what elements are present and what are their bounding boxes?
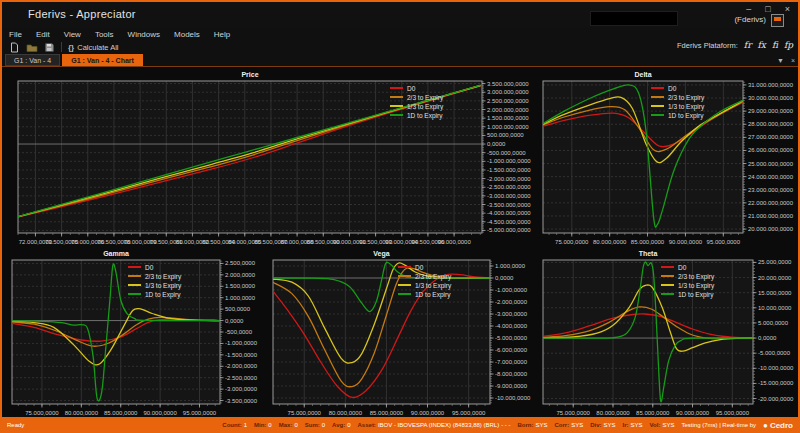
y-tick-label: 22.000.000,0000: [748, 200, 794, 206]
chart-panel-delta[interactable]: 31.000.000,000030.000.000,000029.000.000…: [536, 69, 795, 246]
delta-chart-title: Delta: [634, 71, 651, 78]
title-bar: Fderivs - Appreciator – □ × (Fderivs): [2, 2, 798, 28]
chart-area: 3.500.000,00003.000.000,00002.500.000,00…: [2, 66, 798, 417]
y-tick-label: 20.000,0000: [758, 275, 792, 281]
x-tick-label: 90.000,0000: [143, 410, 177, 416]
y-tick-label: 0,0000: [758, 335, 777, 341]
status-avg-value: 0: [347, 422, 350, 428]
legend-label: 1/3 to Expiry: [145, 282, 182, 290]
x-tick-label: 85.000,0000: [370, 410, 404, 416]
y-tick-label: 0,0000: [495, 275, 514, 281]
y-tick-label: 1.000,0000: [225, 295, 256, 301]
window-controls: – □ ×: [746, 4, 790, 14]
tab-close-icon[interactable]: ×: [791, 57, 795, 64]
maximize-button[interactable]: □: [765, 4, 770, 14]
y-tick-label: -20.000,0000: [758, 396, 794, 402]
chart-panel-price[interactable]: 3.500.000,00003.000.000,00002.500.000,00…: [5, 69, 532, 246]
y-tick-label: -2.000.000,0000: [487, 176, 531, 182]
calculate-all-button[interactable]: {} Calculate All: [68, 43, 119, 52]
y-tick-label: 29.000.000,0000: [748, 108, 794, 114]
menu-models[interactable]: Models: [174, 30, 200, 39]
x-tick-label: 95.000,0000: [452, 410, 486, 416]
legend-label: 1D to Expiry: [668, 112, 704, 120]
menu-help[interactable]: Help: [214, 30, 230, 39]
platform-fi-icon[interactable]: fi: [772, 40, 778, 50]
y-tick-label: 5.000,0000: [758, 320, 789, 326]
menu-edit[interactable]: Edit: [36, 30, 50, 39]
status-ready: Ready: [7, 422, 24, 428]
y-tick-label: 3.500.000,0000: [487, 81, 529, 87]
new-document-icon[interactable]: [9, 42, 20, 53]
x-tick-label: 90.000,0000: [669, 239, 703, 245]
status-asset-value: IBOV - IBOVESPA (INDEX) (84833,88) (BRL): [378, 422, 499, 428]
platform-fx-icon[interactable]: fx: [757, 40, 765, 50]
legend-label: 1/3 to Expiry: [407, 103, 444, 111]
y-tick-label: 30.000.000,0000: [748, 95, 794, 101]
minimize-button[interactable]: –: [746, 4, 751, 14]
gamma-chart-canvas[interactable]: 2.500,00002.000,00001.500,00001.000,0000…: [5, 248, 262, 417]
legend-label: D0: [407, 85, 416, 92]
chart-panel-vega[interactable]: 1.000,00000,0000-1.000,0000-2.000,0000-3…: [266, 248, 532, 417]
x-tick-label: 80.000,0000: [65, 410, 99, 416]
x-tick-label: 80.000,0000: [596, 410, 630, 416]
y-tick-label: 24.000.000,0000: [748, 174, 794, 180]
fderivs-logo-icon: [771, 14, 784, 27]
y-tick-label: -4.500.000,0000: [487, 219, 531, 225]
legend-label: D0: [678, 264, 687, 271]
chart-panel-gamma[interactable]: 2.500,00002.000,00001.500,00001.000,0000…: [5, 248, 262, 417]
status-ir-label: Ir:: [623, 422, 629, 428]
y-tick-label: -1.500,0000: [225, 352, 258, 358]
menu-windows[interactable]: Windows: [128, 30, 160, 39]
status-min-label: Min:: [254, 422, 266, 428]
vega-chart-canvas[interactable]: 1.000,00000,0000-1.000,0000-2.000,0000-3…: [266, 248, 532, 417]
menu-file[interactable]: File: [9, 30, 22, 39]
legend-label: 1/3 to Expiry: [668, 103, 705, 111]
price-chart-canvas[interactable]: 3.500.000,00003.000.000,00002.500.000,00…: [5, 69, 532, 246]
theta-chart-canvas[interactable]: 25.000,000020.000,000015.000,000010.000,…: [536, 248, 795, 417]
platform-label: Fderivs Plataform:: [677, 41, 738, 50]
window-title: Fderivs - Appreciator: [28, 8, 136, 20]
y-tick-label: -3.000,0000: [225, 386, 258, 392]
delta-chart-canvas[interactable]: 31.000.000,000030.000.000,000029.000.000…: [536, 69, 795, 246]
app-window: Fderivs - Appreciator – □ × (Fderivs) Fi…: [0, 0, 800, 433]
calculate-all-label: Calculate All: [77, 43, 118, 52]
tab-dropdown-icon[interactable]: ▼: [777, 57, 784, 64]
tab-g1-van-4-chart[interactable]: G1 : Van - 4 - Chart: [62, 54, 143, 66]
y-tick-label: 31.000.000,0000: [748, 82, 794, 88]
platform-fr-icon[interactable]: fr: [744, 40, 752, 50]
y-tick-label: -1.000,0000: [495, 287, 528, 293]
gamma-chart-title: Gamma: [103, 250, 129, 257]
y-tick-label: 28.000.000,0000: [748, 121, 794, 127]
y-tick-label: -2.500,0000: [225, 375, 258, 381]
status-corr-value: SYS: [571, 422, 583, 428]
y-tick-label: 25.000.000,0000: [748, 161, 794, 167]
x-tick-label: 75.000,0000: [25, 410, 59, 416]
y-tick-label: -5.000,0000: [758, 350, 791, 356]
price-chart-title: Price: [241, 71, 258, 78]
cedro-logo-icon: ●: [763, 421, 768, 430]
platform-fp-icon[interactable]: fp: [784, 40, 793, 50]
menu-tools[interactable]: Tools: [95, 30, 114, 39]
x-tick-label: 75.000,0000: [555, 239, 589, 245]
menu-view[interactable]: View: [64, 30, 81, 39]
y-tick-label: -500.000,0000: [487, 150, 526, 156]
status-vol-value: SYS: [662, 422, 674, 428]
legend-label: 2/3 to Expiry: [415, 273, 452, 281]
save-icon[interactable]: [44, 42, 55, 53]
y-tick-label: 25.000,0000: [758, 259, 792, 265]
y-tick-label: -1.500.000,0000: [487, 167, 531, 173]
calculate-all-icon: {}: [68, 43, 74, 52]
y-tick-label: 2.000.000,0000: [487, 107, 529, 113]
status-max-value: 0: [294, 422, 297, 428]
legend-label: D0: [145, 264, 154, 271]
tab-g1-van-4[interactable]: G1 : Van - 4: [5, 54, 60, 66]
x-tick-label: 75.000,0000: [557, 410, 591, 416]
x-tick-label: 90.000,0000: [676, 410, 710, 416]
close-button[interactable]: ×: [785, 4, 790, 14]
chart-panel-theta[interactable]: 25.000,000020.000,000015.000,000010.000,…: [536, 248, 795, 417]
status-count-value: 1: [244, 422, 247, 428]
y-tick-label: -4.000,0000: [495, 323, 528, 329]
legend-label: 1D to Expiry: [415, 291, 451, 299]
open-folder-icon[interactable]: [26, 42, 38, 53]
tab-bar: G1 : Van - 4 G1 : Van - 4 - Chart ▼ ×: [5, 54, 795, 66]
